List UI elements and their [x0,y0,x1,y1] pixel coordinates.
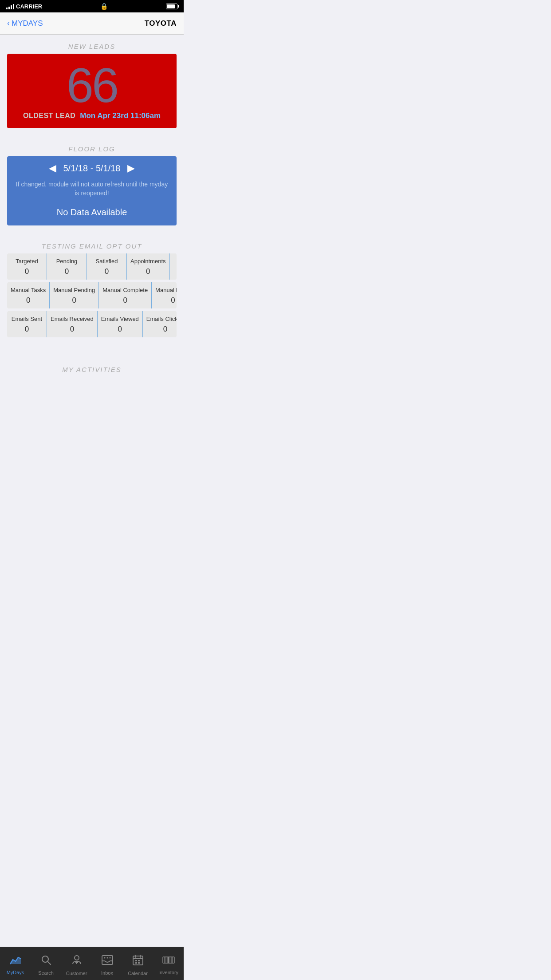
stat-manual-complete: Manual Complete 0 [99,282,152,308]
stat-header-manual-tasks: Manual Tasks [11,287,46,293]
stats-table-row2: Manual Tasks 0 Manual Pending 0 Manual C… [7,282,177,308]
stat-targeted: Targeted 0 [7,253,47,280]
lock-icon: 🔒 [100,3,108,10]
page-title: TOYOTA [145,19,177,28]
floor-log-notice: If changed, module will not auto refresh… [7,180,177,202]
new-leads-card[interactable]: 66 OLDEST LEAD Mon Apr 23rd 11:06am [7,54,177,128]
oldest-lead-row: OLDEST LEAD Mon Apr 23rd 11:06am [23,111,161,120]
stat-header-meetings: Meetings [173,258,177,265]
stat-header-appointments: Appointments [130,258,166,265]
floor-log-card: ◀ 5/1/18 - 5/1/18 ▶ If changed, module w… [7,156,177,225]
stat-header-manual-pending: Manual Pending [53,287,95,293]
stat-emails-viewed: Emails Viewed 0 [98,311,143,337]
stat-header-pending: Pending [51,258,83,265]
carrier-label: CARRIER [16,3,42,10]
stat-pending: Pending 0 [47,253,87,280]
email-opt-out-section-label: TESTING EMAIL OPT OUT [0,234,184,253]
battery-area [166,4,177,9]
stat-value-emails-viewed: 0 [101,325,139,334]
new-leads-section-label: NEW LEADS [0,35,184,54]
stat-appointments: Appointments 0 [127,253,170,280]
stat-value-pending: 0 [51,267,83,276]
stat-header-emails-received: Emails Received [51,316,94,322]
stats-table-row3: Emails Sent 0 Emails Received 0 Emails V… [7,311,177,337]
my-activities-section-label: MY ACTIVITIES [0,358,184,377]
chevron-left-icon: ‹ [7,19,10,28]
stats-table-row1: Targeted 0 Pending 0 Satisfied 0 Appoint… [7,253,177,280]
oldest-lead-date: Mon Apr 23rd 11:06am [80,111,161,120]
stat-value-appointments: 0 [130,267,166,276]
stat-satisfied: Satisfied 0 [87,253,127,280]
stats-row-1: Targeted 0 Pending 0 Satisfied 0 Appoint… [7,253,177,280]
stat-emails-sent: Emails Sent 0 [7,311,47,337]
stat-value-manual-complete: 0 [102,296,148,305]
stat-header-emails-viewed: Emails Viewed [101,316,139,322]
oldest-lead-label: OLDEST LEAD [23,112,75,120]
stat-header-emails-clicked: Emails Clicked [146,316,177,322]
stat-header-satisfied: Satisfied [91,258,123,265]
status-bar: CARRIER 🔒 [0,0,184,12]
stat-manual-tasks: Manual Tasks 0 [7,282,50,308]
stat-meetings: Meetings 0 [170,253,177,280]
scroll-content: NEW LEADS 66 OLDEST LEAD Mon Apr 23rd 11… [0,35,184,430]
stat-emails-clicked: Emails Clicked 0 [143,311,177,337]
stat-value-emails-clicked: 0 [146,325,177,334]
battery-fill [167,4,175,8]
floor-log-section-label: FLOOR LOG [0,137,184,156]
stat-value-targeted: 0 [11,267,43,276]
stats-row-3: Emails Sent 0 Emails Received 0 Emails V… [7,311,177,337]
stats-row-2: Manual Tasks 0 Manual Pending 0 Manual C… [7,282,177,308]
leads-count: 66 [67,61,117,110]
stat-emails-received: Emails Received 0 [47,311,98,337]
back-label: MYDAYS [12,19,43,28]
floor-log-next-button[interactable]: ▶ [127,162,135,174]
signal-icon [6,3,14,9]
stat-value-manual-tasks: 0 [11,296,46,305]
battery-icon [166,4,177,9]
floor-log-prev-button[interactable]: ◀ [49,162,56,174]
carrier-info: CARRIER [6,3,42,10]
stat-value-meetings: 0 [173,267,177,276]
back-button[interactable]: ‹ MYDAYS [7,19,43,28]
stat-header-targeted: Targeted [11,258,43,265]
stat-value-manual-exp: 0 [155,296,177,305]
lock-indicator: 🔒 [100,3,108,10]
floor-log-no-data: No Data Available [7,202,177,225]
stat-value-satisfied: 0 [91,267,123,276]
stat-manual-pending: Manual Pending 0 [50,282,99,308]
floor-log-date-range: 5/1/18 - 5/1/18 [63,163,121,174]
stat-header-emails-sent: Emails Sent [11,316,43,322]
floor-log-date-row: ◀ 5/1/18 - 5/1/18 ▶ [7,156,177,180]
stat-value-emails-sent: 0 [11,325,43,334]
stat-value-manual-pending: 0 [53,296,95,305]
stat-manual-exp: Manual Exp... 0 [152,282,177,308]
stat-header-manual-exp: Manual Exp... [155,287,177,293]
nav-header: ‹ MYDAYS TOYOTA [0,12,184,35]
stat-value-emails-received: 0 [51,325,94,334]
stat-header-manual-complete: Manual Complete [102,287,148,293]
